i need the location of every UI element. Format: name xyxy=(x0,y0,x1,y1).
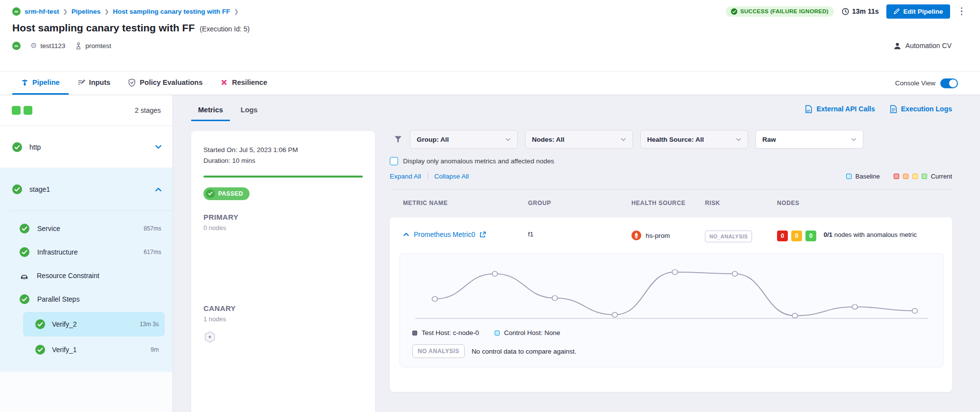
expand-all-link[interactable]: Expand All xyxy=(390,173,421,180)
anomalous-only-label: Display only anomalous metrics and affec… xyxy=(403,157,554,165)
chart-data-point[interactable] xyxy=(912,309,918,313)
tab-pipeline-label: Pipeline xyxy=(32,78,60,86)
stage-count: 2 stages xyxy=(135,106,161,114)
passed-label: PASSED xyxy=(218,190,243,197)
stage1-section: stage1 Service 857ms Infrastructure 617m… xyxy=(0,168,173,372)
success-check-icon xyxy=(35,345,45,355)
step-label: Infrastructure xyxy=(37,248,77,256)
chevron-up-icon[interactable] xyxy=(403,232,409,236)
execution-logs-link[interactable]: Execution Logs xyxy=(890,104,952,114)
chart-data-point[interactable] xyxy=(432,296,437,301)
group-filter-value: Group: All xyxy=(417,136,449,143)
chart-data-point[interactable] xyxy=(672,270,678,275)
external-api-calls-label: External API Calls xyxy=(816,105,875,113)
col-group: GROUP xyxy=(528,200,631,206)
warning-count-badge: 0 xyxy=(791,231,802,241)
harness-logo-icon: ∞ xyxy=(12,7,21,16)
status-text: SUCCESS (FAILURE IGNORED) xyxy=(740,8,829,14)
tab-metrics[interactable]: Metrics xyxy=(191,103,230,121)
logs-document-icon xyxy=(890,105,897,113)
sidebar-stage-http[interactable]: http xyxy=(0,126,173,168)
edit-pipeline-button[interactable]: Edit Pipeline xyxy=(886,4,950,19)
metric-name-cell[interactable]: Prometheus Metric0 xyxy=(403,231,528,238)
current-orange-swatch-icon xyxy=(903,174,908,179)
breadcrumb-pipelines[interactable]: Pipelines xyxy=(72,8,101,15)
more-options-icon[interactable] xyxy=(958,5,966,18)
service-tag-label: test1123 xyxy=(40,42,65,50)
filter-funnel-icon[interactable] xyxy=(394,135,402,144)
pencil-icon xyxy=(893,8,900,15)
success-check-icon xyxy=(20,224,29,233)
baseline-label: Baseline xyxy=(855,173,880,180)
no-analysis-badge: NO ANALYSIS xyxy=(412,344,465,358)
canary-label: CANARY xyxy=(203,304,363,312)
risk-badge: NO_ANALYSIS xyxy=(705,231,752,242)
external-link-icon[interactable] xyxy=(479,232,486,238)
sidebar-step-infrastructure[interactable]: Infrastructure 617ms xyxy=(0,240,173,264)
toggle-knob xyxy=(949,79,957,87)
passed-badge: PASSED xyxy=(203,187,250,200)
metric-name-link[interactable]: Prometheus Metric0 xyxy=(414,231,475,238)
chevron-down-icon xyxy=(505,138,511,141)
sidebar-step-parallel-steps[interactable]: Parallel Steps xyxy=(0,287,173,311)
nodes-filter-dropdown[interactable]: Nodes: All xyxy=(525,130,633,149)
breadcrumb-pipeline-name[interactable]: Host sampling canary testing with FF xyxy=(113,8,230,15)
verification-summary-card: Started On: Jul 5, 2023 1:06 PM Duration… xyxy=(191,131,375,412)
breadcrumb-org[interactable]: srm-hf-test xyxy=(25,8,59,15)
tab-resilience[interactable]: Resilience xyxy=(211,72,276,95)
test-host-label: Test Host: c-node-0 xyxy=(422,329,479,336)
chart-data-point[interactable] xyxy=(732,271,737,276)
primary-label: PRIMARY xyxy=(203,213,363,221)
tab-logs[interactable]: Logs xyxy=(234,103,265,121)
artifact-tag[interactable]: promtest xyxy=(75,42,111,50)
chevron-down-icon xyxy=(851,138,856,141)
shield-check-icon xyxy=(128,78,136,87)
raw-mode-dropdown[interactable]: Raw xyxy=(755,130,863,149)
sidebar-step-resource-constraint[interactable]: Resource Constraint xyxy=(0,264,173,287)
resource-constraint-icon xyxy=(20,271,29,281)
step-duration: 857ms xyxy=(144,225,161,232)
nodes-summary: 0/1 nodes with anomalous metric xyxy=(824,231,949,239)
pipeline-icon xyxy=(21,79,28,86)
health-source-filter-dropdown[interactable]: Health Source: All xyxy=(640,130,748,149)
chart-data-point[interactable] xyxy=(552,296,557,301)
inputs-icon xyxy=(77,78,85,86)
chart-data-point[interactable] xyxy=(852,305,857,309)
current-green-swatch-icon xyxy=(922,174,927,179)
breadcrumb: ∞ srm-hf-test ❯ Pipelines ❯ Host samplin… xyxy=(12,7,239,16)
chart-data-point[interactable] xyxy=(492,271,498,276)
anomalous-only-checkbox[interactable] xyxy=(390,157,398,165)
sidebar-step-verify1[interactable]: Verify_1 9m xyxy=(23,337,165,362)
canary-node-hexagon[interactable] xyxy=(203,331,363,346)
tab-inputs[interactable]: Inputs xyxy=(69,72,120,95)
col-nodes: NODES xyxy=(777,200,952,206)
prometheus-icon xyxy=(631,231,641,240)
sidebar-step-verify2[interactable]: Verify_2 13m 3s xyxy=(23,312,165,336)
chevron-down-icon xyxy=(736,138,741,141)
console-view-toggle[interactable] xyxy=(940,78,958,88)
tab-policy-label: Policy Evaluations xyxy=(140,78,202,86)
check-icon xyxy=(206,189,215,198)
status-badge: SUCCESS (FAILURE IGNORED) xyxy=(726,6,834,17)
collapse-all-link[interactable]: Collapse All xyxy=(434,173,469,180)
primary-node-count: 0 nodes xyxy=(203,224,363,232)
chevron-down-icon[interactable] xyxy=(155,145,162,149)
external-api-calls-link[interactable]: API External API Calls xyxy=(805,104,875,114)
chevron-up-icon[interactable] xyxy=(155,187,162,192)
verify-step-tabs: Metrics Logs xyxy=(191,95,375,131)
service-tag[interactable]: ⚙ test1123 xyxy=(30,41,65,50)
nodes-filter-value: Nodes: All xyxy=(532,136,564,143)
page-title: Host sampling canary testing with FF xyxy=(12,22,195,34)
chart-data-point[interactable] xyxy=(792,313,798,318)
chart-data-point[interactable] xyxy=(612,312,618,317)
tab-pipeline[interactable]: Pipeline xyxy=(12,72,69,95)
test-host-legend: Test Host: c-node-0 xyxy=(412,329,479,336)
sidebar-stage-stage1[interactable]: stage1 xyxy=(0,168,173,210)
metric-line-chart[interactable] xyxy=(412,265,931,323)
step-duration: 617ms xyxy=(144,249,161,256)
group-filter-dropdown[interactable]: Group: All xyxy=(410,130,518,149)
health-source-filter-value: Health Source: All xyxy=(647,136,704,143)
tab-policy-evaluations[interactable]: Policy Evaluations xyxy=(119,72,211,95)
sidebar-step-service[interactable]: Service 857ms xyxy=(0,217,173,240)
avatar-icon xyxy=(893,42,902,50)
